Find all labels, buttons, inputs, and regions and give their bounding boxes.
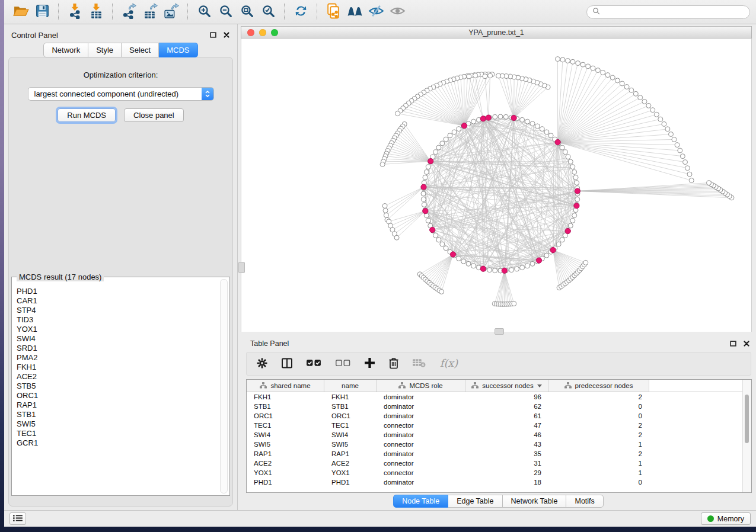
table-scrollbar-thumb[interactable] — [745, 395, 749, 443]
table-row[interactable]: STB1STB1dominator620 — [247, 402, 751, 411]
table-row[interactable]: PHD1PHD1dominator180 — [247, 477, 751, 487]
mcds-result-item[interactable]: PMA2 — [17, 353, 218, 363]
export-network-button[interactable] — [118, 2, 139, 21]
minimize-window-icon[interactable] — [259, 29, 266, 36]
import-network-button[interactable] — [64, 2, 85, 21]
column-header-predecessor-nodes[interactable]: predecessor nodes — [548, 380, 649, 392]
tab-style[interactable]: Style — [88, 43, 122, 57]
import-table-button[interactable] — [85, 2, 107, 21]
save-session-button[interactable] — [31, 2, 53, 21]
table-tab-motifs[interactable]: Motifs — [566, 495, 603, 508]
memory-button[interactable]: Memory — [701, 512, 751, 525]
zoom-selected-icon — [261, 4, 275, 20]
mcds-result-item[interactable]: YOX1 — [17, 325, 218, 334]
zoom-window-icon[interactable] — [271, 29, 278, 36]
zoom-fit-button[interactable] — [236, 2, 257, 21]
traffic-lights[interactable] — [247, 29, 278, 36]
task-history-button[interactable] — [9, 512, 26, 525]
split-handle-left[interactable] — [238, 262, 245, 273]
cell-name: STB1 — [324, 403, 377, 410]
deselect-all-rows-button[interactable] — [335, 358, 351, 369]
table-row[interactable]: SWI5SWI5connector431 — [247, 440, 751, 449]
save-session-icon — [35, 4, 50, 20]
table-row[interactable]: SWI4SWI4dominator462 — [247, 430, 751, 440]
export-table-button[interactable] — [139, 2, 161, 21]
mcds-result-item[interactable]: SRD1 — [17, 344, 218, 353]
cell-shared-name: SWI4 — [247, 431, 324, 438]
control-panel-tabs: NetworkStyleSelectMCDS — [4, 43, 237, 57]
close-panel-icon[interactable] — [222, 31, 230, 39]
mcds-result-item[interactable]: RAP1 — [17, 400, 218, 410]
first-neighbors-icon — [347, 5, 363, 19]
mcds-result-item[interactable]: STB1 — [17, 410, 218, 419]
result-scrollbar[interactable] — [220, 279, 228, 493]
mcds-result-list[interactable]: PHD1CAR1STP4TID3YOX1SWI4SRD1PMA2FKH1ACE2… — [17, 287, 218, 493]
float-panel-icon[interactable] — [209, 31, 217, 39]
table-panel-title: Table Panel — [250, 339, 289, 348]
run-mcds-button[interactable]: Run MCDS — [58, 108, 116, 122]
cell-MCDS-role: dominator — [377, 412, 465, 419]
table-row[interactable]: FKH1FKH1dominator962 — [247, 392, 751, 402]
table-row[interactable]: YOX1YOX1connector291 — [247, 468, 751, 477]
mcds-result-item[interactable]: CAR1 — [17, 296, 218, 306]
tab-select[interactable]: Select — [122, 43, 159, 57]
table-tab-node-table[interactable]: Node Table — [393, 495, 448, 508]
new-column-button[interactable] — [364, 357, 375, 370]
table-tab-network-table[interactable]: Network Table — [503, 495, 567, 508]
tab-network[interactable]: Network — [43, 43, 88, 57]
select-all-rows-button[interactable] — [306, 358, 322, 369]
table-panel-header: Table Panel — [241, 335, 756, 350]
criterion-select[interactable]: largest connected component (undirected) — [28, 87, 214, 101]
network-graph[interactable] — [241, 39, 752, 332]
mcds-result-item[interactable]: GCR1 — [17, 438, 218, 448]
column-header-successor-nodes[interactable]: successor nodes — [465, 380, 548, 392]
column-header-shared-name[interactable]: shared name — [247, 380, 324, 392]
first-neighbors-button[interactable] — [344, 2, 365, 21]
mcds-result-item[interactable]: SWI5 — [17, 419, 218, 429]
zoom-selected-button[interactable] — [257, 2, 279, 21]
column-header-name[interactable]: name — [324, 380, 377, 392]
mcds-result-item[interactable]: STP4 — [17, 306, 218, 315]
apply-layout-button[interactable] — [290, 2, 311, 21]
column-header-filler — [649, 380, 751, 392]
mcds-result-item[interactable]: PHD1 — [17, 287, 218, 296]
table-row[interactable]: TEC1TEC1connector472 — [247, 421, 751, 430]
column-header-MCDS-role[interactable]: MCDS role — [377, 380, 465, 392]
close-table-panel-icon[interactable] — [742, 340, 750, 347]
svg-text:f(x): f(x) — [440, 357, 458, 369]
search-input[interactable] — [603, 7, 744, 17]
table-row[interactable]: ORC1ORC1dominator610 — [247, 411, 751, 421]
zoom-out-button[interactable] — [215, 2, 236, 21]
mcds-result-item[interactable]: SWI4 — [17, 334, 218, 344]
table-scrollbar[interactable] — [742, 380, 751, 492]
mcds-result-item[interactable]: STB5 — [17, 382, 218, 391]
split-handle-bottom[interactable] — [495, 328, 504, 335]
mcds-result-item[interactable]: TEC1 — [17, 429, 218, 438]
show-column-button[interactable] — [281, 357, 293, 371]
close-panel-button[interactable]: Close panel — [124, 108, 184, 122]
cell-MCDS-role: dominator — [377, 403, 465, 410]
export-image-button[interactable] — [161, 2, 182, 21]
table-mode-gear-icon — [256, 357, 268, 371]
network-canvas[interactable] — [241, 39, 752, 332]
cell-shared-name: SWI5 — [247, 441, 324, 448]
hide-selected-button[interactable] — [365, 2, 387, 21]
mcds-result-item[interactable]: FKH1 — [17, 363, 218, 372]
delete-column-button[interactable] — [388, 357, 399, 371]
search-box[interactable] — [586, 5, 750, 19]
table-tab-edge-table[interactable]: Edge Table — [448, 495, 502, 508]
mcds-result-item[interactable]: ORC1 — [17, 391, 218, 400]
new-network-from-selection-icon — [326, 3, 341, 21]
close-window-icon[interactable] — [247, 29, 254, 36]
open-file-button[interactable] — [10, 2, 31, 21]
table-row[interactable]: ACE2ACE2connector311 — [247, 459, 751, 468]
network-title-bar[interactable]: YPA_prune.txt_1 — [241, 26, 752, 39]
mcds-result-item[interactable]: TID3 — [17, 315, 218, 325]
new-network-from-selection-button[interactable] — [323, 2, 344, 21]
zoom-in-button[interactable] — [193, 2, 215, 21]
table-row[interactable]: RAP1RAP1dominator352 — [247, 449, 751, 459]
mcds-result-item[interactable]: ACE2 — [17, 372, 218, 382]
tab-mcds[interactable]: MCDS — [159, 43, 197, 57]
float-table-panel-icon[interactable] — [729, 340, 737, 347]
table-mode-gear-button[interactable] — [256, 357, 268, 371]
